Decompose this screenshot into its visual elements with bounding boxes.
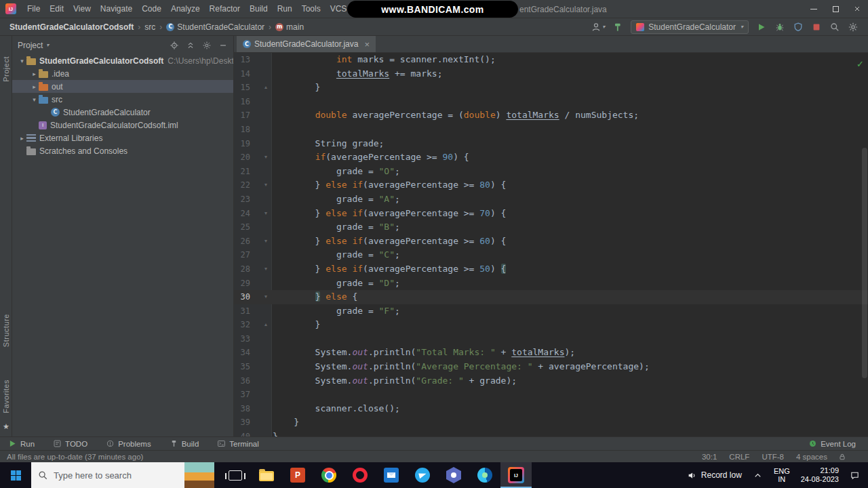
- tool-button-todo[interactable]: TODO: [53, 439, 87, 448]
- favorites-star-icon[interactable]: ★: [0, 422, 12, 431]
- code-line-15[interactable]: 15▴ }: [234, 81, 868, 95]
- panel-settings-gear-icon[interactable]: [202, 41, 212, 50]
- chevron-down-icon[interactable]: ▾: [30, 96, 39, 103]
- tool-button-event-log[interactable]: Event Log: [808, 439, 856, 448]
- code-line-40[interactable]: 40}: [234, 430, 868, 436]
- opera-taskbar-button[interactable]: [344, 462, 376, 488]
- tree-item-studentgradecalculator[interactable]: CStudentGradeCalculator: [12, 106, 233, 119]
- menu-refactor[interactable]: Refactor: [205, 4, 245, 14]
- chevron-right-icon[interactable]: ▸: [30, 70, 39, 77]
- tool-button-problems[interactable]: Problems: [106, 439, 151, 448]
- search-input[interactable]: [54, 470, 162, 481]
- breadcrumb-studentgradecalculator[interactable]: CStudentGradeCalculator: [165, 22, 266, 32]
- menu-navigate[interactable]: Navigate: [96, 4, 137, 14]
- inspections-ok-icon[interactable]: ✓: [856, 58, 864, 72]
- chrome-taskbar-button[interactable]: [313, 462, 344, 488]
- fold-marker-icon[interactable]: ▾: [250, 262, 271, 277]
- code-line-16[interactable]: 16: [234, 95, 868, 109]
- code-line-14[interactable]: 14 totalMarks += marks;: [234, 67, 868, 81]
- fold-marker-icon[interactable]: ▴: [250, 318, 271, 332]
- menu-tools[interactable]: Tools: [297, 4, 326, 14]
- chevron-down-icon[interactable]: ▾: [18, 58, 26, 64]
- start-button[interactable]: [0, 462, 31, 488]
- code-editor[interactable]: 13 int marks = scanner.nextInt();14 tota…: [234, 53, 868, 436]
- tree-item-external-libraries[interactable]: ▸External Libraries: [12, 131, 233, 144]
- close-button[interactable]: [846, 0, 868, 18]
- tree-item-src[interactable]: ▾src: [12, 93, 233, 106]
- user-button[interactable]: ▾: [591, 22, 605, 33]
- tool-strip-favorites[interactable]: Favorites: [0, 380, 12, 413]
- code-line-29[interactable]: 29 grade = "D";: [234, 277, 868, 291]
- code-line-31[interactable]: 31 grade = "F";: [234, 304, 868, 319]
- intellij-taskbar-button[interactable]: IJ: [500, 462, 532, 488]
- tree-item--idea[interactable]: ▸.idea: [12, 67, 233, 80]
- code-line-37[interactable]: 37: [234, 388, 868, 402]
- code-line-17[interactable]: 17 double averagePercentage = (double) t…: [234, 108, 868, 123]
- run-button[interactable]: [756, 22, 767, 33]
- tab-studentgradecalculator-java[interactable]: C StudentGradeCalculator.java ×: [237, 36, 376, 52]
- fold-marker-icon[interactable]: ▴: [250, 81, 271, 95]
- code-line-22[interactable]: 22▾ } else if(averagePercentage >= 80) {: [234, 178, 868, 192]
- code-line-30[interactable]: 30▾ } else {: [234, 290, 868, 304]
- search-everywhere-button[interactable]: [829, 22, 840, 33]
- fold-marker-icon[interactable]: ▾: [250, 178, 271, 192]
- tree-item-out[interactable]: ▸out: [12, 80, 233, 93]
- tree-item-studentgradecalculatorcodsoft[interactable]: ▾StudentGradeCalculatorCodsoftC:\Users\h…: [12, 54, 233, 67]
- tool-strip-structure[interactable]: Structure: [0, 314, 12, 347]
- breadcrumb-studentgradecalculatorcodsoft[interactable]: StudentGradeCalculatorCodsoft: [8, 22, 135, 32]
- status-indent[interactable]: 4 spaces: [796, 453, 827, 461]
- edge-taskbar-button[interactable]: [469, 462, 500, 488]
- taskbar-search[interactable]: [31, 462, 214, 488]
- telegram-taskbar-button[interactable]: [407, 462, 438, 488]
- tool-button-terminal[interactable]: Terminal: [217, 439, 258, 448]
- task-view-taskbar-button[interactable]: [220, 462, 251, 488]
- code-line-25[interactable]: 25 grade = "B";: [234, 220, 868, 235]
- code-line-21[interactable]: 21 grade = "O";: [234, 165, 868, 179]
- project-view-selector[interactable]: Project ▾: [18, 41, 49, 50]
- chevron-right-icon[interactable]: ▸: [18, 135, 26, 142]
- code-line-28[interactable]: 28▾ } else if(averagePercentage >= 50) {: [234, 262, 868, 277]
- tree-item-studentgradecalculatorcodsoft-iml[interactable]: IStudentGradeCalculatorCodsoft.iml: [12, 119, 233, 131]
- code-line-34[interactable]: 34 System.out.println("Total Marks: " + …: [234, 346, 868, 360]
- file-explorer-taskbar-button[interactable]: [251, 462, 282, 488]
- code-line-38[interactable]: 38 scanner.close();: [234, 402, 868, 416]
- mail-taskbar-button[interactable]: [376, 462, 407, 488]
- status-caret-position[interactable]: 30:1: [702, 453, 717, 461]
- language-indicator[interactable]: ENG IN: [774, 467, 790, 483]
- stop-button[interactable]: [811, 22, 822, 33]
- maximize-button[interactable]: [825, 0, 846, 18]
- menu-edit[interactable]: Edit: [45, 4, 68, 14]
- action-center-button[interactable]: [850, 470, 860, 481]
- run-config-selector[interactable]: StudentGradeCalculator ▾: [631, 20, 749, 34]
- code-line-32[interactable]: 32▴ }: [234, 318, 868, 332]
- settings-button[interactable]: [848, 22, 859, 33]
- menu-run[interactable]: Run: [273, 4, 297, 14]
- tree-item-scratches-and-consoles[interactable]: Scratches and Consoles: [12, 144, 233, 157]
- coverage-button[interactable]: [793, 22, 804, 33]
- menu-build[interactable]: Build: [245, 4, 273, 14]
- menu-analyze[interactable]: Analyze: [166, 4, 205, 14]
- readonly-lock-icon[interactable]: [838, 453, 846, 461]
- code-line-23[interactable]: 23 grade = "A";: [234, 192, 868, 207]
- search-highlight-thumbnail[interactable]: [184, 462, 214, 488]
- breadcrumb-main[interactable]: mmain: [274, 22, 305, 32]
- tool-button-build[interactable]: Build: [170, 439, 199, 448]
- hide-panel-icon[interactable]: [218, 41, 228, 50]
- record-volume-indicator[interactable]: Record low: [687, 470, 742, 481]
- fold-marker-icon[interactable]: ▾: [250, 235, 271, 249]
- fold-marker-icon[interactable]: ▾: [250, 290, 271, 304]
- menu-view[interactable]: View: [68, 4, 96, 14]
- code-line-33[interactable]: 33: [234, 332, 868, 346]
- code-line-20[interactable]: 20▾ if(averagePercentage >= 90) {: [234, 150, 868, 165]
- code-line-36[interactable]: 36 System.out.println("Grade: " + grade)…: [234, 374, 868, 388]
- chevron-right-icon[interactable]: ▸: [30, 83, 39, 90]
- tool-strip-project[interactable]: Project: [0, 56, 12, 82]
- editor-scrollbar[interactable]: [862, 148, 867, 378]
- code-line-13[interactable]: 13 int marks = scanner.nextInt();: [234, 53, 868, 67]
- code-line-18[interactable]: 18: [234, 123, 868, 137]
- menu-file[interactable]: File: [22, 4, 45, 14]
- menu-code[interactable]: Code: [137, 4, 166, 14]
- code-line-19[interactable]: 19 String grade;: [234, 137, 868, 151]
- minimize-button[interactable]: [803, 0, 825, 18]
- tool-button-run[interactable]: Run: [8, 439, 35, 448]
